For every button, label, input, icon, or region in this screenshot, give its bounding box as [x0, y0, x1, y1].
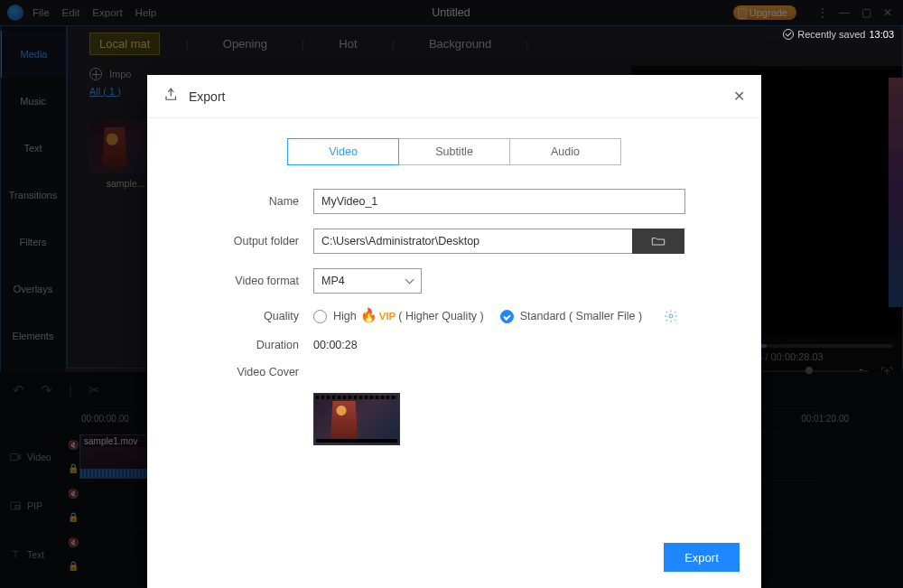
mute-icon[interactable]: 🔇: [68, 489, 79, 499]
undo-icon[interactable]: ↶: [13, 382, 24, 398]
sidebar-item-transitions[interactable]: Transitions: [0, 172, 66, 219]
app-logo-icon: [7, 5, 23, 21]
source-tabstrip: Local mat | Opening | Hot | Background |: [68, 26, 902, 62]
clip-audio-waveform: [80, 469, 151, 478]
export-type-tabs: Video Subtitle Audio: [147, 138, 761, 165]
check-icon: [783, 29, 794, 40]
tab-opening[interactable]: Opening: [214, 33, 276, 54]
quality-high-radio[interactable]: [313, 310, 327, 323]
video-cover-label: Video Cover: [178, 366, 313, 378]
lock-icon[interactable]: 🔒: [68, 512, 79, 522]
lock-icon[interactable]: 🔒: [68, 561, 79, 571]
redo-icon[interactable]: ↷: [41, 382, 52, 398]
track-label-text: Text: [0, 530, 67, 578]
output-folder-input[interactable]: [313, 229, 633, 254]
menu-export[interactable]: Export: [92, 7, 122, 18]
lock-icon[interactable]: 🔒: [68, 463, 79, 473]
ruler-end: 00:01:20.00: [801, 414, 849, 424]
timeline-clip[interactable]: sample1.mov: [79, 434, 152, 479]
export-dialog-header: Export ✕: [147, 75, 761, 118]
import-label[interactable]: Impo: [109, 69, 131, 79]
zoom-slider[interactable]: [742, 370, 869, 372]
svg-rect-0: [11, 453, 18, 460]
ruler-start: 00:00:00.00: [81, 414, 129, 424]
upgrade-button[interactable]: Upgrade: [733, 5, 796, 20]
export-dialog-title: Export: [189, 89, 225, 104]
maximize-icon[interactable]: ▢: [858, 6, 874, 19]
video-format-select[interactable]: MP4: [313, 268, 422, 294]
video-cover-thumbnail[interactable]: [313, 393, 400, 445]
tab-hot[interactable]: Hot: [330, 33, 366, 54]
split-icon[interactable]: ✂: [88, 382, 100, 398]
menu-help[interactable]: Help: [135, 7, 157, 18]
sidebar-item-filters[interactable]: Filters: [0, 219, 66, 266]
sidebar-item-media[interactable]: Media: [0, 31, 66, 78]
tab-background[interactable]: Background: [420, 33, 500, 54]
settings-gear-icon[interactable]: [664, 309, 678, 323]
sidebar-item-music[interactable]: Music: [0, 78, 66, 125]
window-title: Untitled: [169, 6, 733, 19]
track-label-pip: PIP: [0, 481, 67, 529]
video-format-label: Video format: [178, 275, 313, 287]
export-dialog: Export ✕ Video Subtitle Audio Name Outpu…: [147, 75, 761, 588]
autosave-status: Recently saved 13:03: [783, 29, 894, 40]
zoom-plus-icon[interactable]: +: [884, 365, 890, 378]
svg-point-3: [669, 314, 673, 318]
menubar: File Edit Export Help Untitled Upgrade ⋮…: [0, 0, 903, 25]
mute-icon[interactable]: 🔇: [68, 537, 79, 547]
sidebar-item-text[interactable]: Text: [0, 125, 66, 172]
quality-standard-option[interactable]: Standard ( Smaller File ): [520, 310, 642, 322]
sidebar-item-elements[interactable]: Elements: [0, 313, 66, 359]
flame-icon: 🔥: [360, 307, 377, 323]
folder-icon: [651, 236, 666, 247]
preview-total-time: 00:00:28.03: [771, 351, 824, 362]
svg-rect-2: [15, 505, 19, 509]
export-button[interactable]: Export: [664, 543, 740, 572]
preview-frame-edge: [889, 78, 903, 307]
quality-standard-radio[interactable]: [500, 310, 514, 323]
browse-folder-button[interactable]: [632, 229, 684, 254]
video-format-value: MP4: [321, 275, 345, 287]
import-icon[interactable]: [89, 68, 102, 80]
export-tab-audio[interactable]: Audio: [509, 138, 621, 165]
duration-value: 00:00:28: [313, 339, 358, 351]
quality-high-option[interactable]: High 🔥 VIP ( Higher Quality ): [333, 308, 484, 324]
tab-separator: |: [185, 37, 188, 51]
filter-all[interactable]: All ( 1 ): [89, 86, 121, 97]
tab-separator: |: [526, 37, 528, 51]
autosave-time: 13:03: [869, 29, 894, 40]
chevron-down-icon: [406, 278, 414, 285]
export-tab-subtitle[interactable]: Subtitle: [398, 138, 510, 165]
quality-label: Quality: [178, 310, 313, 322]
minimize-icon[interactable]: —: [836, 6, 852, 19]
name-input[interactable]: [313, 189, 685, 214]
name-label: Name: [178, 195, 313, 208]
output-folder-label: Output folder: [178, 235, 313, 247]
menu-file[interactable]: File: [33, 7, 50, 18]
track-label-video: Video: [0, 433, 67, 481]
menu-edit[interactable]: Edit: [62, 7, 80, 18]
export-icon: [163, 87, 180, 106]
clip-filename: sample1.mov: [82, 435, 149, 447]
mute-icon[interactable]: 🔇: [68, 440, 79, 450]
tab-local-material[interactable]: Local mat: [89, 33, 160, 55]
close-window-icon[interactable]: ✕: [880, 6, 896, 19]
sidebar-item-overlays[interactable]: Overlays: [0, 266, 66, 313]
kebab-icon[interactable]: ⋮: [815, 6, 831, 19]
close-icon[interactable]: ✕: [733, 88, 745, 105]
duration-label: Duration: [178, 339, 313, 351]
autosave-label: Recently saved: [797, 29, 865, 40]
tab-separator: |: [302, 37, 304, 51]
export-tab-video[interactable]: Video: [287, 138, 399, 165]
tab-separator: |: [392, 37, 395, 51]
